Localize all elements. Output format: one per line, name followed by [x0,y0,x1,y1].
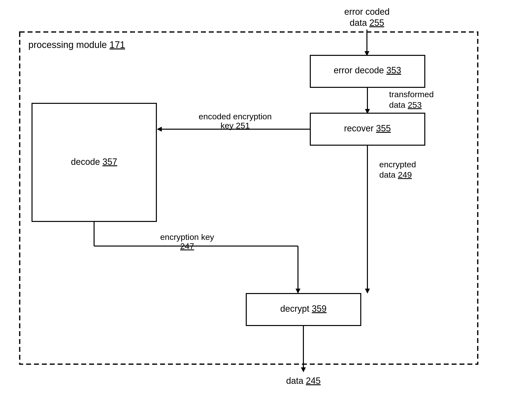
svg-marker-10 [365,289,370,294]
svg-marker-8 [157,127,162,132]
encryption-key-label: encryption key [160,232,214,242]
encoded-encryption-key-label2: key 251 [220,121,250,130]
svg-marker-15 [296,289,300,294]
encrypted-data-label: encrypted [379,160,416,169]
transformed-data-label2: data 253 [389,100,422,109]
transformed-data-label: transformed [389,90,434,99]
encrypted-data-label2: data 249 [379,170,412,179]
diagram-svg: processing module 171 error coded data 2… [0,0,510,420]
data-label: data 245 [286,376,321,386]
error-coded-data-label2: data 255 [350,18,384,28]
diagram: processing module 171 error coded data 2… [0,0,510,420]
error-coded-data-label: error coded [344,7,390,17]
decode-label: decode 357 [71,157,117,167]
svg-rect-0 [20,32,478,364]
decrypt-label: decrypt 359 [280,304,327,314]
svg-marker-18 [301,367,306,372]
processing-module-label: processing module 171 [28,40,125,50]
error-decode-label: error decode 353 [334,65,401,75]
encryption-key-label2: 247 [180,241,194,251]
recover-label: recover 355 [344,123,391,133]
encoded-encryption-key-label: encoded encryption [199,112,272,121]
